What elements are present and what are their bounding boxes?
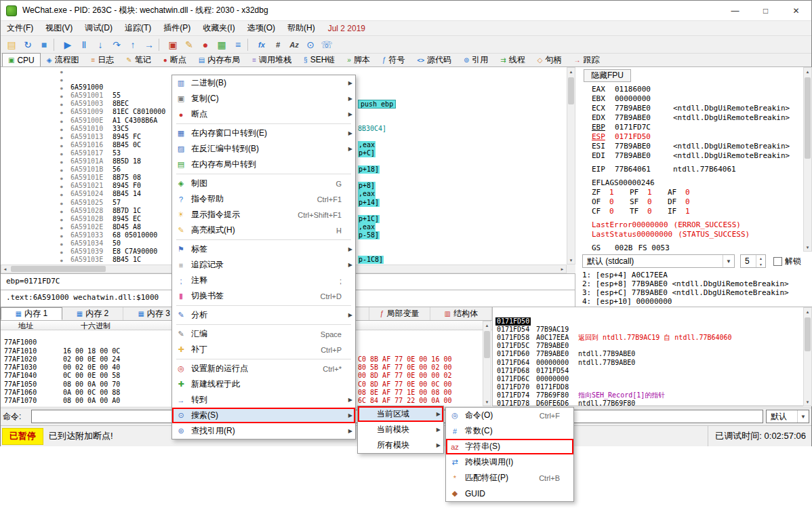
maximize-button[interactable]: □	[750, 1, 781, 20]
context-menu-item[interactable]: ● 断点 ▶	[172, 106, 355, 122]
spinner-up-icon[interactable]: ▲	[756, 255, 765, 261]
context-menu-item[interactable]: ; 注释 ;	[172, 273, 355, 288]
step-out-icon[interactable]: ↑	[125, 37, 141, 52]
view-tab[interactable]: ▣ CPU	[2, 53, 41, 66]
dump-tab[interactable]: ▦ 内存 1	[1, 307, 62, 320]
register-row[interactable]: ESP0171FD50	[575, 132, 803, 142]
context-menu-item[interactable]: ⊚ 查找引用(R) ▶	[172, 423, 355, 439]
unlock-checkbox[interactable]	[773, 257, 782, 266]
submenu-item[interactable]: * 匹配特征(P) Ctrl+B	[446, 470, 573, 486]
stack-row[interactable]: 0171FD70 77B69F80 ntdll.77B69F80	[493, 375, 812, 383]
scrollbar-thumb[interactable]	[484, 331, 490, 358]
register-row[interactable]: EDI77B9ABE0<ntdll.DbgUiRemoteBreakin>	[575, 151, 803, 161]
view-tab[interactable]: ◇ 句柄	[531, 53, 568, 66]
stack-row[interactable]: 0171FD68 00000000	[493, 359, 812, 367]
argument-row[interactable]: 3: [esp+C] 77B9ABE0 <ntdll.DbgUiRemoteBr…	[575, 288, 803, 297]
view-tab[interactable]: ✎ 笔记	[120, 53, 157, 66]
context-menu-item[interactable]: ✚ 新建线程于此	[172, 376, 355, 392]
stack-row[interactable]: 0171FD78 00000000	[493, 391, 812, 399]
toolbar-icon[interactable]	[54, 39, 58, 51]
pause-icon[interactable]: Ⅱ	[76, 37, 92, 52]
menubar-item[interactable]: 调试(D)	[79, 21, 119, 35]
view-tab[interactable]: ≡ 日志	[85, 53, 121, 66]
dump-tab[interactable]: ▥ 结构体	[430, 307, 492, 320]
scroll-up-icon[interactable]: ▲	[483, 321, 491, 329]
toolbar-icon[interactable]	[159, 39, 163, 51]
argument-depth-spinner[interactable]: 5 ▲ ▼	[740, 254, 766, 268]
menubar-item[interactable]: 帮助(H)	[281, 21, 321, 35]
menubar-item[interactable]: 文件(F)	[1, 21, 39, 35]
view-tab[interactable]: ≡ 调用堆栈	[246, 53, 298, 66]
calling-convention-select[interactable]: 默认 (stdcall) ▼	[582, 254, 735, 268]
register-row[interactable]: EFLAGS00000246	[575, 178, 803, 188]
menubar-item[interactable]: 收藏夹(I)	[197, 21, 241, 35]
stack-vertical-scrollbar[interactable]: ▲ ▼	[803, 307, 812, 406]
view-tab[interactable]: ⇉ 线程	[494, 53, 531, 66]
hash-icon[interactable]: #	[270, 37, 286, 52]
dropdown-arrow-icon[interactable]: ▼	[797, 410, 809, 423]
run-to-cursor-icon[interactable]: →	[141, 37, 157, 52]
context-menu-item[interactable]: ✎ 高亮模式(H) H	[172, 222, 355, 238]
memory-map-icon[interactable]: ▦	[214, 37, 230, 52]
scroll-right-icon[interactable]: ►	[559, 265, 566, 273]
stack-row[interactable]: 0171FD6C 0171FDD8 指向SEH_Record[1]的指针	[493, 367, 812, 375]
submenu-item[interactable]: ⇄ 跨模块调用(I)	[446, 454, 573, 470]
view-tab[interactable]: » 脚本	[341, 53, 376, 66]
dump-vertical-scrollbar[interactable]: ▲ ▼	[483, 321, 491, 406]
call-stack-icon[interactable]: ≡	[230, 37, 246, 52]
menubar-item[interactable]: 追踪(T)	[119, 21, 157, 35]
minimize-button[interactable]: —	[720, 1, 750, 20]
hide-fpu-button[interactable]: 隐藏FPU	[584, 69, 631, 82]
stack-row[interactable]: 0171FD74 D60FE6D6	[493, 383, 812, 391]
scroll-down-icon[interactable]: ▼	[567, 256, 575, 264]
view-tab[interactable]: § SEH链	[298, 53, 341, 66]
argument-row[interactable]: 2: [esp+8] 77B9ABE0 <ntdll.DbgUiRemoteBr…	[575, 279, 803, 288]
submenu-item[interactable]: ◆ GUID	[446, 486, 573, 501]
breakpoints-icon[interactable]: ●	[197, 37, 214, 52]
flags-row[interactable]: CF0TF0IF1	[575, 207, 803, 216]
submenu-item[interactable]: 所有模块 ▶	[358, 437, 443, 453]
submenu-item[interactable]: ◎ 命令(O) Ctrl+F	[446, 408, 573, 423]
context-menu-item[interactable]: ✎ 汇编 Space	[172, 326, 355, 342]
fx-icon[interactable]: fx	[253, 37, 270, 52]
scroll-down-icon[interactable]: ▼	[483, 398, 491, 406]
register-row[interactable]: ESI77B9ABE0<ntdll.DbgUiRemoteBreakin>	[575, 142, 803, 151]
stack-row[interactable]: 0171FD7C 0171FD8C	[493, 399, 812, 406]
register-row[interactable]: LastError00000000(ERROR_SUCCESS)	[575, 220, 803, 230]
flags-row[interactable]: OF0SF0DF0	[575, 197, 803, 207]
context-menu-item[interactable]: ▮ 切换书签 Ctrl+D	[172, 288, 355, 304]
breakpoint-dot-icon[interactable]	[60, 256, 63, 265]
register-row[interactable]: EAX01186000	[575, 85, 803, 94]
scroll-down-icon[interactable]: ▼	[804, 398, 811, 406]
command-syntax-select[interactable]: 默认 ▼	[766, 410, 809, 423]
view-tab[interactable]: ▤ 内存布局	[192, 53, 246, 66]
stack-row[interactable]: 0171FD50 77B9AC19 返回到 ntdll.77B9AC19 自 n…	[493, 309, 812, 317]
context-menu-item[interactable]: ≡ 追踪记录 ▶	[172, 257, 355, 273]
toolbar-icon[interactable]	[247, 39, 252, 51]
scrollbar-thumb[interactable]	[805, 317, 811, 351]
submenu-item[interactable]: az 字符串(S)	[446, 439, 573, 454]
flags-row[interactable]: ZF1PF1AF0	[575, 188, 803, 197]
scroll-up-icon[interactable]: ▲	[567, 68, 575, 75]
view-tab[interactable]: ⊚ 引用	[458, 53, 494, 66]
view-tab[interactable]: ƒ 符号	[376, 53, 411, 66]
register-row[interactable]: ECX77B9ABE0<ntdll.DbgUiRemoteBreakin>	[575, 104, 803, 113]
register-row[interactable]: EIP77B64061ntdll.77B64061	[575, 165, 803, 174]
search-icon[interactable]: ⊙	[302, 37, 319, 52]
view-tab[interactable]: → 跟踪	[567, 53, 605, 66]
scroll-up-icon[interactable]: ▲	[804, 308, 811, 315]
disasm-vertical-scrollbar[interactable]: ▲ ▼	[567, 67, 575, 265]
step-over-icon[interactable]: ↷	[108, 37, 125, 52]
context-menu-item[interactable]: ▥ 二进制(B) ▶	[172, 75, 355, 91]
submenu-item[interactable]: 当前区域 ▶	[358, 406, 443, 422]
argument-row[interactable]: 4: [esp+10] 00000000	[575, 297, 803, 306]
context-menu-item[interactable]: ▨ 在反汇编中转到(B) ▶	[172, 141, 355, 157]
register-row[interactable]: EBX00000000	[575, 94, 803, 104]
run-icon[interactable]: ▶	[60, 37, 76, 52]
register-row[interactable]: GS002BFS 0053	[575, 243, 803, 253]
context-menu-item[interactable]: → 转到 ▶	[172, 392, 355, 408]
context-menu-item[interactable]: ⊙ 搜索(S) ▶	[172, 408, 355, 423]
close-button[interactable]: ✕	[781, 1, 811, 20]
dump-tab[interactable]: ƒ 局部变量	[369, 307, 431, 320]
menubar-item[interactable]: 插件(P)	[157, 21, 197, 35]
